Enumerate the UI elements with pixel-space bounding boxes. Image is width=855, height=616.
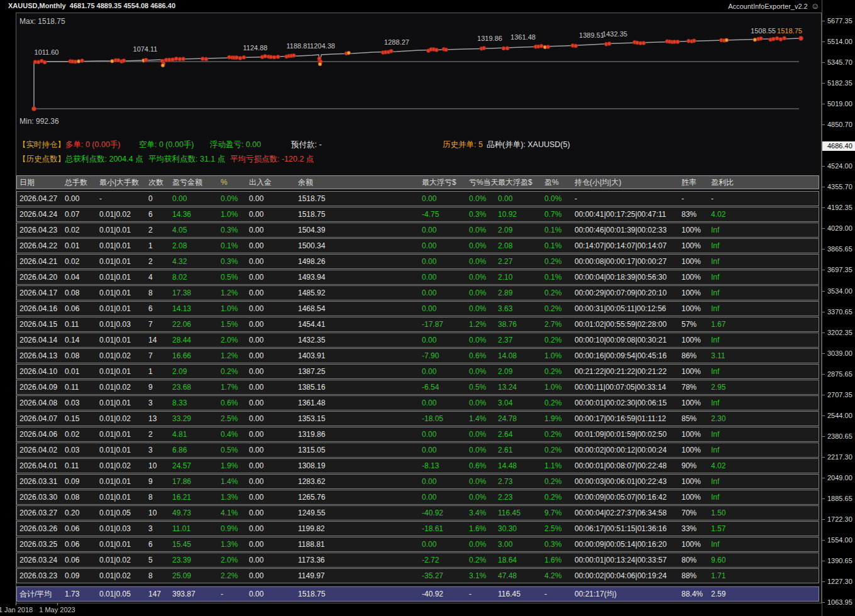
cell-11: 0.2%	[542, 443, 572, 457]
cell-10: 47.48	[495, 569, 542, 583]
cell-12: 00:00:01|00:02:30|00:06:15	[572, 396, 679, 410]
cell-13: 88.4%	[679, 587, 709, 601]
balance-curve-chart[interactable]: 1011.601074.111124.881188.811204.381288.…	[16, 13, 821, 136]
cell-10: 3.63	[495, 302, 542, 316]
cell-13: 100%	[679, 396, 709, 410]
status-history-seg-2: 平均获利点数: 31.1 点	[148, 154, 225, 165]
table-row-2026.04.17: 2026.04.170.080.01|0.01817.381.2%0.00148…	[16, 285, 819, 300]
cell-6: 0.00	[246, 349, 295, 363]
cell-7: 1387.25	[295, 365, 419, 378]
cell-8: 0.00	[419, 475, 466, 488]
cell-8: 0.00	[419, 443, 466, 457]
tick-mark	[822, 124, 825, 125]
cell-7: 1353.15	[295, 412, 419, 426]
cell-13: 57%	[679, 317, 709, 331]
cell-6: 0.00	[246, 475, 295, 488]
cell-5: 2.0%	[218, 553, 246, 567]
cell-8: -8.13	[419, 459, 466, 473]
cell-14: 4.02	[709, 459, 820, 473]
cell-3: 147	[146, 587, 170, 601]
cell-10: 38.76	[495, 317, 542, 331]
cell-4: 4.05	[170, 223, 218, 237]
cell-12: 00:00:04|00:18:39|00:56:30	[572, 270, 679, 284]
cell-0: 2026.03.25	[17, 537, 62, 551]
trade-dot	[174, 57, 178, 60]
cell-13: 100%	[679, 255, 709, 268]
status-history-seg-3: 平均亏损点数: -120.2 点	[230, 154, 314, 165]
trade-dot	[444, 48, 448, 52]
cell-6: 0.00	[246, 459, 295, 473]
trade-dot	[144, 58, 148, 62]
cell-8: 0.00	[419, 490, 466, 504]
price-value: 5019.00	[827, 100, 852, 108]
cell-14: Inf	[709, 427, 820, 441]
cell-12: 00:00:01|00:13:24|00:33:57	[572, 553, 679, 567]
cell-3: 2	[146, 255, 170, 268]
cell-3: 14	[146, 333, 170, 347]
cell-8: 0.00	[419, 255, 466, 268]
cell-14: Inf	[709, 239, 820, 253]
cell-10: 116.45	[495, 587, 542, 601]
cell-0: 2026.03.24	[17, 553, 62, 567]
cell-5: 1.0%	[218, 207, 246, 221]
cell-6: 0.00	[246, 412, 295, 426]
chart-panel[interactable]: 1011.601074.111124.881188.811204.381288.…	[16, 13, 822, 603]
cell-14: Inf	[709, 443, 820, 457]
cell-4: 28.44	[170, 333, 218, 347]
cell-9: 0.0%	[466, 192, 495, 206]
time-axis[interactable]: 1 Jan 20181 May 2023	[0, 603, 821, 616]
cell-13: 70%	[679, 506, 709, 520]
cell-6: 0.00	[246, 553, 295, 567]
tick-mark	[822, 228, 825, 229]
cell-3: 7	[146, 317, 170, 331]
cell-11: 2.7%	[542, 317, 572, 331]
time-tick	[57, 603, 58, 605]
table-row-2026.04.24: 2026.04.240.070.01|0.02614.361.0%0.00151…	[16, 207, 819, 222]
cell-11: 1.0%	[542, 380, 572, 394]
cell-6: 0.00	[246, 569, 295, 583]
cell-2: -	[97, 192, 146, 206]
cell-7: 1498.26	[295, 255, 419, 268]
status-realtime-seg-5: 历史并单: 5	[443, 140, 483, 150]
cell-1: 0.06	[62, 553, 97, 567]
cell-10: 2.08	[495, 239, 542, 253]
cell-6: 0.00	[246, 239, 295, 253]
table-row-2026.04.14: 2026.04.140.140.01|0.011428.442.0%0.0014…	[16, 333, 819, 348]
trade-dot	[389, 49, 393, 53]
cell-1: 0.02	[62, 427, 97, 441]
cell-8: -18.05	[419, 412, 466, 426]
col-header-1: 总手数	[62, 176, 97, 189]
balance-point-label: 1319.86	[477, 35, 502, 42]
tick-mark	[822, 207, 825, 208]
cell-7: 1432.35	[295, 333, 419, 347]
balance-point-label: 1288.27	[384, 38, 409, 46]
cell-9: 0.6%	[466, 349, 495, 363]
cell-12: 00:00:46|00:01:39|00:02:33	[572, 223, 679, 237]
cell-0: 2026.04.01	[17, 459, 62, 473]
cell-10: 13.24	[495, 380, 542, 394]
cell-11: 1.0%	[542, 349, 572, 363]
cell-7: 1468.54	[295, 302, 419, 316]
price-value: 5182.35	[827, 79, 852, 87]
cell-1: 0.06	[62, 537, 97, 551]
status-history-seg-1: 总获利点数: 2004.4 点	[65, 154, 143, 165]
cell-8: 0.00	[419, 223, 466, 237]
cell-7: 1485.92	[295, 286, 419, 300]
cell-5: 1.2%	[218, 349, 246, 363]
cell-9: 0.0%	[466, 396, 495, 410]
cell-3: 5	[146, 553, 170, 567]
col-header-3: 次数	[146, 176, 170, 189]
cell-0: 2026.04.09	[17, 380, 62, 394]
table-row-2026.03.23: 2026.03.230.090.01|0.02825.092.2%0.00114…	[16, 568, 819, 583]
cell-7: 1385.16	[295, 380, 419, 394]
col-header-0: 日期	[17, 176, 62, 189]
balance-point-label: 1508.55	[751, 27, 776, 35]
cell-11: 1.9%	[542, 412, 572, 426]
table-row-2026.04.08: 2026.04.080.030.01|0.0138.330.6%0.001361…	[16, 395, 819, 410]
price-value: 3534.00	[827, 287, 852, 295]
cell-6: 0.00	[246, 443, 295, 457]
cell-12: 00:14:07|00:14:07|00:14:07	[572, 239, 679, 253]
cell-2: 0.01|0.05	[97, 506, 146, 520]
table-row-2026.04.09: 2026.04.090.110.01|0.02923.681.7%0.00138…	[16, 380, 819, 395]
price-scale[interactable]: 5677.355514.005345.705182.355019.004850.…	[822, 0, 855, 616]
